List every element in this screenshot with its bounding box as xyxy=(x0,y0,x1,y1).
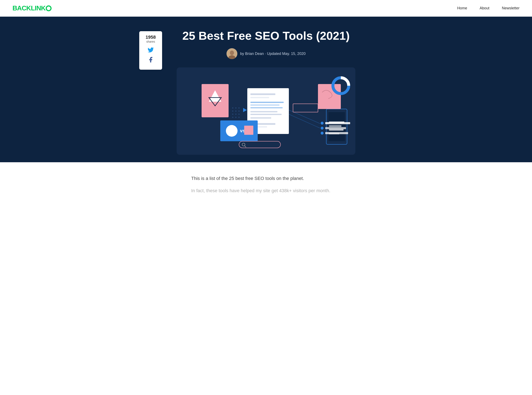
svg-rect-42 xyxy=(325,122,350,124)
svg-point-32 xyxy=(226,125,237,137)
svg-point-18 xyxy=(238,117,240,118)
main-nav: Home About Newsletter xyxy=(457,6,520,10)
svg-rect-27 xyxy=(250,114,282,115)
svg-point-7 xyxy=(232,107,233,109)
site-header: BACKLINK Home About Newsletter xyxy=(0,0,532,17)
svg-rect-44 xyxy=(325,127,346,129)
intro-paragraph-2: In fact, these tools have helped my site… xyxy=(191,187,341,194)
svg-point-12 xyxy=(238,110,240,112)
svg-point-1 xyxy=(230,50,234,55)
share-label: shares xyxy=(143,40,158,43)
svg-rect-22 xyxy=(250,97,269,98)
svg-rect-21 xyxy=(250,93,275,95)
svg-rect-23 xyxy=(250,102,284,103)
hero-inner: 1958 shares 25 Best Free SEO Tools (2021… xyxy=(172,29,360,155)
hero-image: vs xyxy=(177,67,355,155)
site-logo[interactable]: BACKLINK xyxy=(12,4,52,12)
nav-newsletter[interactable]: Newsletter xyxy=(502,6,520,10)
svg-point-41 xyxy=(321,122,323,125)
facebook-share-button[interactable] xyxy=(143,56,158,65)
intro-paragraph-1: This is a list of the 25 best free SEO t… xyxy=(191,175,341,182)
logo-o xyxy=(46,5,52,11)
svg-rect-28 xyxy=(250,117,271,119)
nav-home[interactable]: Home xyxy=(457,6,467,10)
twitter-share-button[interactable] xyxy=(143,47,158,55)
svg-point-8 xyxy=(235,107,236,109)
nav-about[interactable]: About xyxy=(480,6,489,10)
svg-point-13 xyxy=(232,114,233,115)
svg-point-43 xyxy=(321,127,323,130)
hero-section: 1958 shares 25 Best Free SEO Tools (2021… xyxy=(0,17,532,162)
svg-point-11 xyxy=(235,110,236,112)
svg-point-16 xyxy=(232,117,233,118)
svg-point-15 xyxy=(238,114,240,115)
svg-point-10 xyxy=(232,110,233,112)
svg-rect-46 xyxy=(325,132,348,134)
author-avatar xyxy=(226,48,237,59)
hero-illustration: vs xyxy=(177,67,355,155)
share-box: 1958 shares xyxy=(139,31,162,70)
share-count: 1958 xyxy=(143,34,158,40)
content-section: This is a list of the 25 best free SEO t… xyxy=(187,175,345,194)
svg-rect-39 xyxy=(329,129,344,131)
svg-rect-24 xyxy=(250,104,279,106)
post-title: 25 Best Free SEO Tools (2021) xyxy=(177,29,355,42)
svg-rect-26 xyxy=(250,111,277,112)
svg-rect-38 xyxy=(329,125,341,127)
svg-rect-47 xyxy=(318,84,341,109)
svg-point-9 xyxy=(238,107,240,109)
svg-point-17 xyxy=(235,117,236,118)
author-row: by Brian Dean · Updated May. 15, 2020 xyxy=(177,48,355,59)
author-text: by Brian Dean · Updated May. 15, 2020 xyxy=(240,52,306,56)
svg-point-45 xyxy=(321,132,323,135)
svg-point-14 xyxy=(235,114,236,115)
svg-rect-25 xyxy=(250,107,283,108)
svg-rect-34 xyxy=(244,126,253,135)
